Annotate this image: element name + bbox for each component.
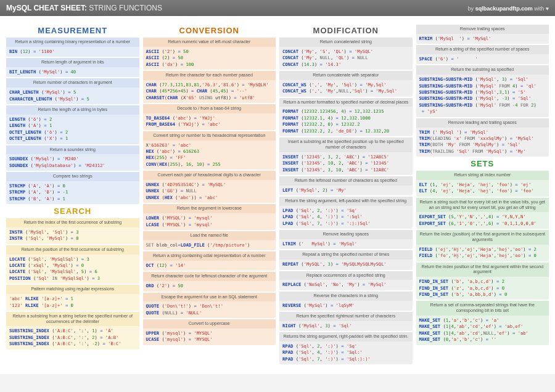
function-group: Return the position of the first occurre… [6, 245, 139, 284]
group-description: Return concatenated string [279, 38, 413, 47]
group-description: Insert a substring at the specified posi… [279, 137, 413, 152]
function-group: Escape the argument for use in an SQL st… [143, 293, 276, 319]
group-examples: 'abc' RLIKE '[a-z]+' = 1 '123' RLIKE '[a… [6, 294, 139, 311]
column: MODIFICATIONReturn concatenated stringCO… [279, 25, 413, 365]
function-group: Pattern matching using regular expressio… [6, 285, 139, 311]
group-description: Return concatenate with separator [279, 71, 413, 80]
group-description: Return string at index number [416, 171, 549, 180]
function-group: Return a set of comma-separated strings … [416, 301, 549, 345]
function-group: Return the character for each number pas… [143, 71, 276, 103]
page-header: MySQL CHEAT SHEET: STRING FUNCTIONS by s… [0, 0, 555, 16]
group-examples: LTRIM (' MySql') = 'MySql' [279, 239, 413, 249]
group-examples: STRCMP ('A', 'A') = 0 STRCMP ('A', 'B') … [6, 181, 139, 204]
group-examples: LOWER ('MYSQL') = 'mysql' LCASE ('MYSQL'… [143, 213, 276, 230]
function-group: Return a string containing octal represe… [143, 251, 276, 271]
group-examples: CHAR (77.3,121,83,81,'76.3','81.6') = 'M… [143, 80, 276, 103]
column: Remove trailing spacesRTRIM ('MySql ') =… [416, 25, 549, 346]
group-description: Decode to / from a base-64 string [143, 104, 276, 113]
function-group: Reverse the characters in a stringREVERS… [279, 292, 413, 311]
group-description: Return length of argument in bits [6, 58, 139, 67]
group-examples: TRIM (' MySql ') = 'MySql' TRIM(LEADING … [416, 128, 549, 157]
function-group: Return character code for leftmost chara… [143, 272, 276, 291]
group-examples: OCT (12) = '14' [143, 261, 276, 271]
function-group: Return concatenate with separatorCONCAT_… [279, 71, 413, 97]
section-title: SETS [416, 159, 549, 168]
function-group: Convert each pair of hexadecimal digits … [143, 171, 276, 203]
section-modification: MODIFICATIONReturn concatenated stringCO… [279, 25, 413, 365]
function-group: Decode to / from a base-64 stringTO_BASE… [143, 104, 276, 130]
group-examples: LPAD ('Sql', 2, ':)') = 'Sq' LPAD ('Sql'… [279, 206, 413, 229]
group-description: Return a soundex string [6, 145, 139, 155]
group-examples: RPAD ('Sql', 2, ':)') = 'Sq' RPAD ('Sql'… [279, 341, 413, 364]
group-description: Return the length of a string in bytes [6, 105, 139, 115]
group-examples: SPACE ('6') = ' ' [416, 54, 549, 64]
group-examples: LENGTH ('ö') = 2 LENGTH ('A') = 1 OCTET_… [6, 115, 139, 144]
function-group: Return a string such that for every bit … [416, 198, 549, 229]
group-description: Return a string containing binary repres… [6, 38, 139, 47]
section-sets: SETSReturn string at index numberELT (1,… [416, 158, 549, 346]
group-description: Replace occurrences of a specified strin… [279, 271, 413, 280]
group-description: Return a string containing octal represe… [143, 251, 276, 261]
group-examples: INSTR ('MySql', 'Sql') = 3 INSTR ('Sql',… [6, 227, 139, 244]
section-title: SEARCH [6, 206, 139, 216]
function-group: Return length of argument in bitsBIT_LEN… [6, 58, 139, 77]
group-examples: RIGHT ('MySql', 3) = 'Sql' [279, 321, 413, 331]
group-examples: UPPER ('mysql') = 'MYSQL' UCASE ('mysql'… [143, 329, 276, 345]
function-group: Remove leading and trailing spacesTRIM (… [416, 118, 549, 157]
group-examples: BIN (12) = '1100' [6, 47, 139, 57]
group-description: Repeat a string the specified number of … [279, 250, 413, 259]
group-description: Return number of characters in argument [6, 78, 139, 88]
group-description: Convert to uppercase [143, 319, 276, 329]
function-group: Return the leftmost number of characters… [279, 176, 413, 195]
group-description: Return the leftmost number of characters… [279, 176, 413, 186]
group-examples: FIELD ('ej','Hj','ej','Heja','hej','oo')… [416, 245, 549, 261]
group-examples: CONCAT ('My', 'S', 'QL') = 'MySQL' CONCA… [279, 47, 413, 70]
group-description: Return a number formatted to specified n… [279, 98, 413, 107]
function-group: Repeat a string the specified number of … [279, 250, 413, 269]
group-description: Return the position of the first occurre… [6, 245, 139, 255]
group-description: Compare two strings [6, 172, 139, 181]
group-description: Return the substring as specified [416, 65, 549, 75]
function-group: Return the index (position) of the first… [416, 230, 549, 261]
header-subtitle: STRING FUNCTIONS [89, 4, 162, 12]
group-description: Return a set of comma-separated strings … [416, 301, 549, 316]
function-group: Return the string argument, left-padded … [279, 197, 413, 229]
group-examples: SOUNDEX ('MySql') = 'M240' SOUNDEX ('MyS… [6, 154, 139, 171]
group-description: Return the index (position) of the first… [416, 230, 549, 245]
group-examples: X'616263' = 'abc' HEX ('abc') = 616263 H… [143, 141, 276, 170]
group-description: Convert string or number to its hexadeci… [143, 131, 276, 141]
function-group: Return number of characters in argumentC… [6, 78, 139, 104]
group-examples: SUBSTRING_INDEX ('A:B:C', ':', 1) = 'A' … [6, 326, 139, 349]
group-description: Load the named file [143, 231, 276, 240]
function-group: Convert to uppercaseUPPER ('mysql') = 'M… [143, 319, 276, 345]
page-body: MEASUREMENTReturn a string containing bi… [0, 16, 555, 374]
section-title: CONVERSION [143, 26, 276, 35]
group-examples: FIND_IN_SET ('b', 'a,b,c,d') = 2 FIND_IN… [416, 277, 549, 300]
group-description: Return the specified rightmost number of… [279, 312, 413, 321]
column: MEASUREMENTReturn a string containing bi… [6, 25, 139, 351]
group-description: Return numeric value of left-most charac… [143, 38, 276, 47]
group-description: Return character code for leftmost chara… [143, 272, 276, 281]
group-description: Returns the string argument, right-padde… [279, 332, 413, 341]
function-group: Return the length of a string in bytesLE… [6, 105, 139, 144]
function-group: Remove leading spacesLTRIM (' MySql') = … [279, 230, 413, 249]
function-group: Return a string containing binary repres… [6, 38, 139, 57]
group-description: Return a string of the specified number … [416, 45, 549, 54]
section-modification: Remove trailing spacesRTRIM ('MySql ') =… [416, 25, 549, 158]
function-group: Return a number formatted to specified n… [279, 98, 413, 137]
group-examples: LOCATE ('Sql', 'MySqlSql') = 3 LOCATE ('… [6, 255, 139, 284]
group-examples: SET blob_col=LOAD_FILE ('/tmp/picture') [143, 240, 276, 250]
group-description: Convert each pair of hexadecimal digits … [143, 171, 276, 180]
header-title: MySQL CHEAT SHEET: [6, 4, 87, 12]
group-description: Return the index position of the first a… [416, 263, 549, 277]
column: CONVERSIONReturn numeric value of left-m… [143, 25, 276, 346]
section-title: MODIFICATION [279, 26, 413, 35]
group-examples: TO_BASE64 ('abc') = 'YWJj' FROM_BASE64 (… [143, 113, 276, 130]
group-examples: QUOTE ('Don\'t!') = 'Don\'t!' QUOTE (NUL… [143, 301, 276, 318]
by-link[interactable]: sqlbackupandftp.com [475, 6, 533, 12]
group-description: Remove leading spaces [279, 230, 413, 239]
by-suffix: with ♥ [533, 6, 549, 12]
group-examples: ASCII ('2') = 50 ASCII (2) = 50 ASCII ('… [143, 47, 276, 70]
group-description: Return the index of the first occurrence… [6, 218, 139, 227]
function-group: Return numeric value of left-most charac… [143, 38, 276, 70]
